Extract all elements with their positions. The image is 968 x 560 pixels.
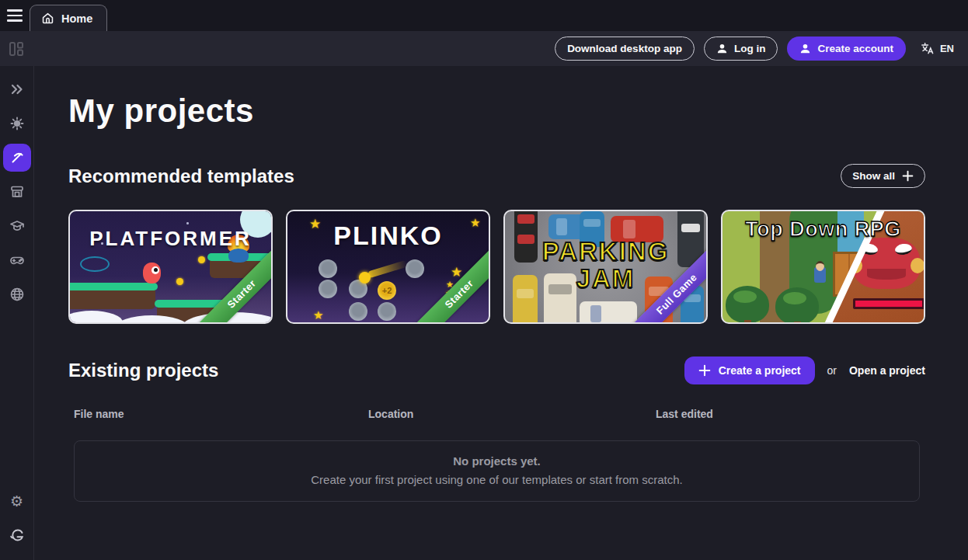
- empty-projects-placeholder: No projects yet. Create your first proje…: [74, 440, 920, 502]
- platform-art: [68, 286, 155, 309]
- empty-state-line2: Create your first project using one of o…: [82, 473, 911, 486]
- sidebar-item-get-started[interactable]: [3, 110, 31, 137]
- page-title: My projects: [68, 92, 925, 130]
- sidebar: ⚙: [0, 66, 34, 560]
- plus-icon: [698, 364, 711, 377]
- tab-home[interactable]: Home: [30, 5, 107, 31]
- empty-state-line1: No projects yet.: [82, 454, 911, 468]
- sidebar-item-build[interactable]: [3, 144, 31, 172]
- pickaxe-icon: [9, 150, 25, 165]
- player-character-art: [143, 263, 161, 283]
- bonus-peg-art: +2: [378, 281, 396, 300]
- tree-art: [726, 286, 769, 323]
- projects-table-header: File name Location Last edited: [68, 408, 925, 420]
- template-card-top-down-rpg[interactable]: Top Down RPG: [721, 210, 925, 324]
- ball-art: [359, 272, 371, 283]
- chevrons-right-icon: [9, 82, 25, 97]
- star-art: ★: [313, 308, 323, 322]
- boss-health-bar-art: [853, 298, 924, 309]
- toolbar: Download desktop app Log in Create accou…: [0, 31, 968, 66]
- show-all-label: Show all: [852, 170, 895, 182]
- eye-art: [80, 256, 110, 272]
- hamburger-menu-icon[interactable]: [0, 0, 30, 31]
- login-button-label: Log in: [734, 43, 766, 54]
- gdevelop-logo-icon: [9, 527, 25, 543]
- template-cards: PLATFORMER Starter +2 ★ ★ ★ ★ ★ ★: [68, 210, 925, 324]
- storefront-icon: [9, 184, 25, 200]
- cloud-art: [68, 311, 123, 324]
- open-project-link[interactable]: Open a project: [849, 364, 925, 377]
- person-icon: [799, 43, 811, 54]
- create-account-button[interactable]: Create account: [787, 37, 906, 61]
- ball-trail-art: [367, 260, 408, 279]
- language-selector[interactable]: EN: [920, 41, 954, 56]
- sun-icon: [9, 116, 25, 131]
- column-header-file-name: File name: [74, 408, 368, 420]
- template-title: PLATFORMER: [70, 227, 271, 251]
- login-button[interactable]: Log in: [704, 37, 778, 61]
- tab-home-label: Home: [61, 12, 92, 25]
- language-code: EN: [940, 43, 954, 54]
- coin-art: [176, 278, 183, 285]
- peg-art: [349, 302, 367, 321]
- template-card-platformer[interactable]: PLATFORMER Starter: [68, 210, 273, 324]
- peg-art: [406, 259, 424, 278]
- column-header-last-edited: Last edited: [656, 408, 925, 420]
- template-title: PLINKO: [287, 221, 489, 251]
- peg-art: [378, 302, 396, 321]
- coin-art: [198, 256, 205, 263]
- gear-icon: ⚙: [10, 494, 23, 509]
- column-header-location: Location: [368, 408, 656, 420]
- template-title: Top Down RPG: [723, 217, 924, 242]
- main-content: My projects Recommended templates Show a…: [34, 66, 968, 560]
- graduation-cap-icon: [9, 218, 25, 234]
- create-project-button[interactable]: Create a project: [684, 357, 815, 384]
- sidebar-gdevelop-button[interactable]: [3, 521, 31, 549]
- sidebar-item-play[interactable]: [3, 246, 31, 274]
- peg-art: [319, 259, 337, 278]
- globe-icon: [9, 287, 25, 302]
- person-icon: [716, 43, 728, 54]
- download-button-label: Download desktop app: [567, 43, 682, 54]
- or-text: or: [827, 364, 837, 377]
- show-all-button[interactable]: Show all: [841, 164, 925, 188]
- download-desktop-app-button[interactable]: Download desktop app: [555, 37, 695, 61]
- sidebar-item-learn[interactable]: [3, 212, 31, 240]
- plus-icon: [902, 170, 914, 182]
- template-card-plinko[interactable]: +2 ★ ★ ★ ★ ★ ★ PLINKO Starter: [286, 210, 490, 324]
- sidebar-item-community[interactable]: [3, 280, 31, 308]
- gamepad-icon: [9, 252, 25, 268]
- create-account-button-label: Create account: [817, 43, 893, 54]
- sidebar-item-shop[interactable]: [3, 178, 31, 206]
- car-art: [580, 301, 637, 324]
- home-icon: [41, 12, 54, 25]
- sidebar-settings-button[interactable]: ⚙: [3, 487, 31, 515]
- create-project-label: Create a project: [719, 364, 801, 377]
- translate-icon: [920, 41, 935, 56]
- character-art: [814, 267, 826, 283]
- template-card-parking-jam[interactable]: PARKING JAM Full Game: [503, 210, 708, 324]
- existing-projects-heading: Existing projects: [68, 360, 218, 381]
- peg-art: [319, 280, 337, 298]
- recommended-templates-heading: Recommended templates: [68, 165, 294, 187]
- tree-art: [775, 287, 819, 324]
- layout-panels-icon[interactable]: [8, 40, 25, 57]
- tab-bar: Home: [0, 0, 968, 31]
- sidebar-expand-button[interactable]: [3, 75, 31, 103]
